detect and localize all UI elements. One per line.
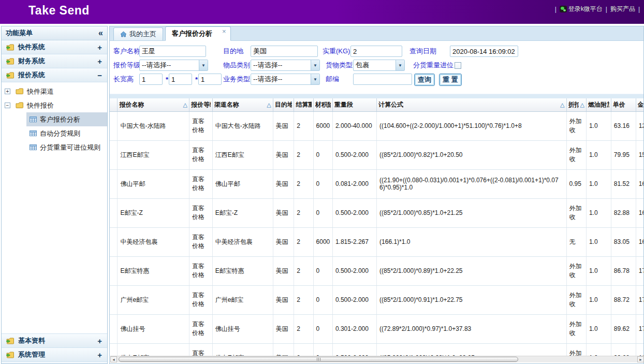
cell-quote-name: E邮宝-Z [118, 198, 189, 227]
cell-amount: 159.9 [636, 140, 643, 169]
cell-channel-name[interactable]: 中国大包-水陆路 [212, 111, 273, 140]
customer-name-input[interactable] [139, 46, 206, 57]
sidebar: 功能菜单 « 快件系统 + 财务系统 + 报价系统 − + 快件渠道 − [1, 26, 108, 364]
menu-section-partial[interactable] [2, 361, 107, 363]
cell-channel-name[interactable]: 广州e邮宝 [212, 285, 273, 314]
tree-item-express-quote[interactable]: − 快件报价 [2, 98, 107, 112]
table-row: 江西E邮宝直客价格江西E邮宝美国200.500-2.000((85*2/1.00… [110, 140, 643, 169]
expand-plus-icon[interactable]: + [97, 337, 102, 345]
column-header-channel-name[interactable]: 渠道名称△ [212, 98, 273, 111]
expand-plus-icon[interactable]: + [97, 43, 102, 52]
gutter-cell [110, 169, 118, 198]
gutter-cell [110, 314, 118, 343]
sidebar-section-express-system[interactable]: 快件系统 + [2, 40, 107, 54]
cell-channel-name[interactable]: 佛山挂号 [212, 314, 273, 343]
sort-asc-icon[interactable]: △ [266, 102, 271, 108]
tree-item-split-weight-carry-rules[interactable]: 分货重量可进位规则 [2, 140, 107, 154]
cell-channel-name[interactable]: 江西E邮宝 [212, 140, 273, 169]
login-kwei-link[interactable]: 登录k微平台 [560, 5, 603, 13]
select-value: --请选择-- [251, 61, 311, 70]
tree-item-express-channel[interactable]: + 快件渠道 [2, 84, 107, 98]
column-header-quote-level[interactable]: 报价等级 [189, 98, 212, 111]
cell-channel-name[interactable]: E邮宝特惠 [212, 256, 273, 285]
sidebar-section-system-management[interactable]: 系统管理 + [2, 347, 107, 361]
cell-volume-divisor: 6000 [313, 111, 332, 140]
column-header-destination[interactable]: 目的地 [273, 98, 294, 111]
column-header-settle-weight[interactable]: 结算重量 [294, 98, 313, 111]
sort-asc-icon[interactable]: △ [579, 102, 584, 108]
tree-item-customer-quote-analysis[interactable]: 客户报价分析 [2, 112, 107, 126]
cell-weight-range: 0.500-2.000 [332, 140, 376, 169]
cell-settle-weight: 2 [294, 140, 313, 169]
column-header-weight-range[interactable]: 重量段 [332, 98, 376, 111]
length-input[interactable] [139, 74, 163, 85]
cell-settle-weight: 2 [294, 314, 313, 343]
actual-weight-input[interactable] [350, 46, 402, 57]
tab-home[interactable]: 我的主页 [113, 27, 163, 40]
cargo-type-select[interactable]: 包裹 ▼ [353, 60, 405, 71]
cell-formula: ((85.000*2/1.000)*0.93)*1.0+23.25 [377, 343, 566, 357]
cell-quote-level: 直客价格 [189, 227, 212, 256]
separator: | [606, 6, 607, 13]
cell-destination: 美国 [273, 140, 294, 169]
buy-product-link[interactable]: 购买产品 [610, 5, 635, 13]
sort-asc-icon[interactable]: △ [559, 102, 564, 108]
reset-button[interactable]: 重 置 [439, 74, 462, 86]
business-type-select[interactable]: --请选择-- ▼ [251, 74, 320, 85]
cell-quote-level: 直客价格 [189, 285, 212, 314]
column-header-formula[interactable]: 计算公式△ [377, 98, 566, 111]
tab-customer-quote-analysis[interactable]: 客户报价分析 × [165, 26, 231, 41]
column-header-fuel-surcharge[interactable]: 燃油附加 [586, 98, 611, 111]
table-icon [30, 144, 37, 151]
expand-plus-icon[interactable]: + [97, 351, 102, 359]
cell-channel-name[interactable]: 佛山E邮宝 [212, 343, 273, 357]
tree-item-auto-split-rules[interactable]: 自动分货规则 [2, 126, 107, 140]
cell-amount: 181.35 [636, 343, 643, 357]
cell-volume-divisor: 0 [313, 256, 332, 285]
search-button[interactable]: 查询 [414, 74, 435, 86]
sort-asc-icon[interactable]: △ [182, 102, 187, 108]
column-header-discount[interactable]: 折扣△ [566, 98, 586, 111]
cell-discount: 外加收 [566, 314, 586, 343]
cell-fuel-surcharge: 1.0 [586, 169, 611, 198]
sidebar-section-quote-system[interactable]: 报价系统 − [2, 68, 107, 82]
scroll-right-button[interactable]: ► [637, 356, 644, 362]
sidebar-section-basic-data[interactable]: 基本资料 + [2, 333, 107, 347]
split-weight-carry-checkbox[interactable] [455, 62, 461, 69]
close-icon[interactable]: × [222, 27, 226, 35]
sidebar-section-finance-system[interactable]: 财务系统 + [2, 54, 107, 68]
height-input[interactable] [198, 74, 222, 85]
expand-box-icon[interactable]: + [5, 89, 10, 94]
quote-level-select[interactable]: --请选择-- ▼ [139, 60, 208, 71]
column-header-quote-name[interactable]: 报价名称△ [118, 98, 189, 111]
folder-share-icon [6, 43, 14, 51]
query-date-input[interactable] [450, 46, 518, 57]
column-label: 结算重量 [296, 100, 311, 109]
cell-quote-name: 佛山平邮 [118, 169, 189, 198]
cell-formula: ((85*2/1.000)*0.85)*1.0+21.25 [377, 198, 566, 227]
destination-label: 目的地 [223, 46, 243, 57]
column-header-volume-divisor[interactable]: 材积除 [313, 98, 332, 111]
cell-channel-name[interactable]: 中美经济包裹 [212, 227, 273, 256]
column-header-unit-price[interactable]: 单价 [611, 98, 636, 111]
scrollbar-thumb[interactable] [119, 357, 518, 362]
collapse-minus-icon[interactable]: − [97, 71, 102, 80]
cell-channel-name[interactable]: 佛山平邮 [212, 169, 273, 198]
cell-unit-price: 83.05 [611, 227, 636, 256]
horizontal-scrollbar[interactable]: ◄ ► [110, 356, 644, 362]
table-row: 佛山E邮宝直客价格佛山E邮宝美国200.500-2.000((85.000*2/… [110, 343, 643, 357]
expand-plus-icon[interactable]: + [97, 57, 102, 66]
cell-channel-name[interactable]: E邮宝-Z [212, 198, 273, 227]
item-type-select[interactable]: --请选择-- ▼ [251, 60, 320, 71]
destination-input[interactable] [251, 46, 318, 57]
dims-separator: * [195, 74, 198, 85]
collapse-box-icon[interactable]: − [5, 103, 10, 108]
cell-destination: 美国 [273, 314, 294, 343]
width-input[interactable] [169, 74, 192, 85]
cell-quote-name: 佛山E邮宝 [118, 343, 189, 357]
collapse-panel-icon[interactable]: « [98, 28, 103, 38]
zip-code-input[interactable] [353, 74, 412, 85]
scroll-left-button[interactable]: ◄ [110, 356, 117, 362]
column-header-amount[interactable]: 金额△ [636, 98, 643, 111]
select-value: --请选择-- [251, 75, 311, 84]
